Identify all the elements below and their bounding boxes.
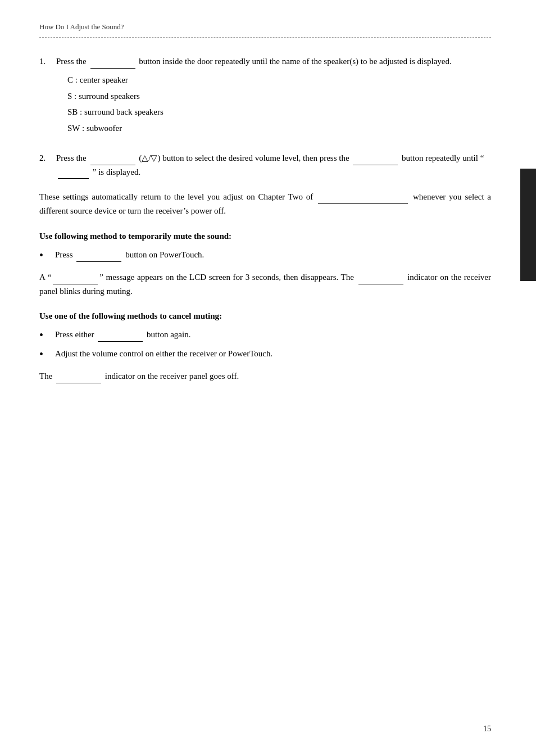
list-item-2: 2. Press the (△/▽) button to select the … (39, 151, 491, 179)
mute-list: • Press button on PowerTouch. (39, 248, 491, 262)
mute-heading: Use following method to temporarily mute… (39, 232, 491, 241)
mute-button-blank (76, 254, 121, 262)
cancel-press-label: Press either (55, 330, 94, 339)
item-content-1: Press the button inside the door repeate… (56, 55, 491, 140)
speaker-item-s: S : surround speakers (67, 89, 491, 103)
list-item-1: 1. Press the button inside the door repe… (39, 55, 491, 140)
step1-text-after: button inside the door repeatedly until … (139, 57, 452, 66)
step2-text1: Press the (56, 153, 87, 162)
mute-para-text2: ” message appears on the LCD screen for … (99, 273, 354, 282)
cancel-list: • Press either button again. • Adjust th… (39, 328, 491, 361)
item-number-1: 1. (39, 55, 56, 140)
step2-text3: button repeatedly until “ (402, 153, 484, 162)
step2-blank1 (90, 157, 135, 165)
cancel-para-text2: indicator on the receiver panel goes off… (105, 372, 239, 381)
cancel-press-suffix: button again. (147, 330, 190, 339)
cancel-bullet-2: • Adjust the volume control on either th… (39, 347, 491, 361)
step1-blank1 (90, 61, 135, 69)
mute-paragraph: A “” message appears on the LCD screen f… (39, 270, 491, 298)
step2-text4: ” is displayed. (93, 168, 140, 176)
item-number-2: 2. (39, 151, 56, 179)
mute-para-blank2 (358, 277, 403, 284)
header-title: How Do I Adjust the Sound? (39, 22, 124, 31)
step2-blank2 (353, 157, 398, 165)
cancel-para-blank (56, 375, 101, 383)
step2-blank3 (58, 171, 89, 179)
mute-bullet-text: Press button on PowerTouch. (55, 248, 204, 262)
cancel-paragraph: The indicator on the receiver panel goes… (39, 369, 491, 383)
step2-triangle: (△/▽) button to select the desired volum… (139, 153, 349, 162)
cancel-para-text1: The (39, 372, 52, 381)
mute-press-label: Press (55, 250, 73, 259)
mute-press-suffix: button on PowerTouch. (125, 250, 204, 259)
page-container: How Do I Adjust the Sound? 1. Press the … (0, 0, 536, 756)
para1-blank (318, 196, 408, 204)
cancel-bullet2-text: Adjust the volume control on either the … (55, 347, 272, 361)
mute-para-blank1 (53, 277, 98, 284)
step1-text-before: Press the (56, 57, 87, 66)
bullet-dot-1: • (39, 248, 55, 262)
dashed-divider (39, 37, 491, 38)
cancel-heading: Use one of the following methods to canc… (39, 311, 491, 321)
cancel-bullet1-text: Press either button again. (55, 328, 190, 342)
side-tab (520, 169, 536, 281)
settings-paragraph: These settings automatically return to t… (39, 190, 491, 218)
bullet-dot-3: • (39, 347, 55, 361)
para1-text1: These settings automatically return to t… (39, 192, 313, 201)
page-header: How Do I Adjust the Sound? (39, 22, 491, 31)
bullet-dot-2: • (39, 328, 55, 342)
instructions-list: 1. Press the button inside the door repe… (39, 55, 491, 179)
cancel-bullet-1: • Press either button again. (39, 328, 491, 342)
mute-para-text1: A “ (39, 273, 51, 282)
speaker-item-sw: SW : subwoofer (67, 121, 491, 135)
speaker-item-c: C : center speaker (67, 73, 491, 87)
speaker-list: C : center speaker S : surround speakers… (67, 73, 491, 135)
page-number: 15 (483, 725, 491, 734)
speaker-item-sb: SB : surround back speakers (67, 105, 491, 119)
item-content-2: Press the (△/▽) button to select the des… (56, 151, 491, 179)
cancel-button-blank (98, 334, 143, 342)
mute-bullet-1: • Press button on PowerTouch. (39, 248, 491, 262)
